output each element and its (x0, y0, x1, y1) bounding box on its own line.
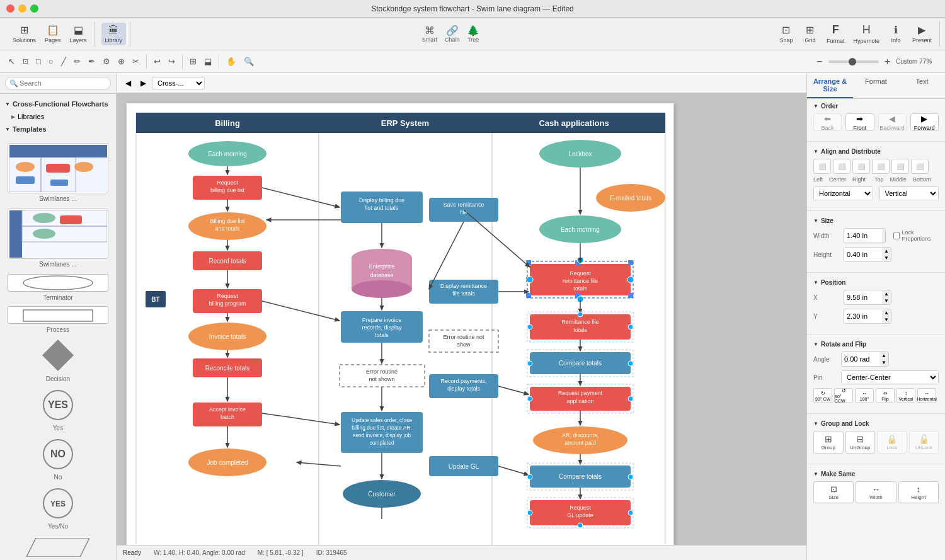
chain-button[interactable]: 🔗Chain (445, 25, 460, 43)
same-height-button[interactable]: ↕Height (898, 481, 939, 503)
angle-input[interactable] (842, 353, 879, 365)
maximize-button[interactable] (30, 4, 38, 13)
y-up[interactable]: ▲ (882, 309, 891, 316)
x-up[interactable]: ▲ (882, 290, 891, 297)
align-left-button[interactable]: ⬜ (813, 159, 831, 174)
rotate-90cw-button[interactable]: ↻90° CW (813, 388, 832, 403)
order-expand[interactable]: ▼ (813, 103, 818, 109)
no-shape[interactable]: NO No (4, 437, 112, 481)
line-tool[interactable]: ╱ (58, 55, 69, 68)
canvas-wrapper[interactable]: Billing ERP System Cash applications Eac… (117, 93, 806, 545)
connect-tool[interactable]: ⚙ (100, 55, 113, 68)
undo-button[interactable]: ↩ (151, 55, 164, 68)
width-up[interactable]: ▲ (882, 229, 886, 236)
group-button[interactable]: ⊞Group (813, 431, 844, 454)
format-tab[interactable]: Format (853, 73, 899, 98)
align-expand[interactable]: ▼ (813, 149, 818, 154)
select-box-tool[interactable]: ⊡ (20, 55, 32, 67)
back-button[interactable]: ⬅Back (813, 113, 842, 131)
zoom-slider[interactable] (828, 60, 879, 63)
y-down[interactable]: ▼ (882, 316, 891, 323)
add-tool[interactable]: ⊕ (115, 55, 128, 68)
horizontal-button[interactable]: ↔Horizontal (917, 388, 936, 403)
lock-button[interactable]: 🔒Lock (877, 431, 907, 454)
zoom-in-button[interactable]: + (881, 54, 893, 69)
flip-button[interactable]: ⇔Flip (876, 388, 895, 403)
front-button[interactable]: ➡Front (845, 113, 874, 131)
backward-button[interactable]: ◀Backward (878, 113, 907, 131)
cut-tool[interactable]: ✂ (129, 55, 142, 68)
cross-functional-section[interactable]: ▼ Cross-Functional Flowcharts (0, 98, 116, 110)
align-top-button[interactable]: ⬜ (872, 159, 890, 174)
zoom-out-button[interactable]: − (813, 54, 825, 69)
same-width-button[interactable]: ↔Width (856, 481, 896, 503)
size-expand[interactable]: ▼ (813, 218, 818, 224)
swimlane-template-1[interactable]: Swimlanes ... (4, 143, 112, 202)
library-button[interactable]: 🏛Library (101, 23, 127, 45)
same-size-button[interactable]: ⊡Size (813, 481, 854, 503)
make-same-expand[interactable]: ▼ (813, 471, 818, 477)
vertical-select[interactable]: Vertical (880, 187, 939, 200)
swimlane-template-2[interactable]: Swimlanes ... (4, 209, 112, 268)
data-shape[interactable]: Data (4, 535, 112, 560)
width-input[interactable] (844, 230, 882, 241)
width-down[interactable]: ▼ (882, 236, 886, 243)
yes-shape[interactable]: YES Yes (4, 387, 112, 431)
page-select[interactable]: Cross-... (152, 77, 205, 89)
pages-button[interactable]: 📋Pages (41, 22, 65, 45)
format-button[interactable]: FFormat (823, 21, 849, 46)
height-input[interactable] (844, 249, 882, 260)
rotate-expand[interactable]: ▼ (813, 341, 818, 347)
pen-tool[interactable]: ✒ (85, 55, 98, 68)
height-down[interactable]: ▼ (882, 254, 891, 261)
select-tool[interactable]: ↖ (5, 55, 18, 68)
rotate-90ccw-button[interactable]: ↺90° CCW (834, 388, 853, 403)
hypernote-button[interactable]: HHypernote (849, 21, 883, 46)
x-down[interactable]: ▼ (882, 297, 891, 304)
angle-down[interactable]: ▼ (879, 359, 888, 366)
templates-section[interactable]: ▼ Templates (0, 123, 116, 135)
process-shape[interactable]: Process (4, 306, 112, 333)
tree-button[interactable]: 🌲Tree (467, 25, 479, 43)
rotate-180-button[interactable]: ↔180° (855, 388, 874, 403)
align-right-button[interactable]: ⬜ (852, 159, 870, 174)
present-button[interactable]: ▶Present (908, 22, 936, 45)
text-tab[interactable]: Text (899, 73, 945, 98)
vertical-button[interactable]: ↕Vertical (896, 388, 915, 403)
ellipse-tool[interactable]: ○ (45, 55, 57, 68)
arrange-size-tab[interactable]: Arrange & Size (807, 73, 853, 98)
grid-button[interactable]: ⊞Grid (799, 22, 822, 45)
ungroup-button[interactable]: ⊟UnGroup (845, 431, 876, 454)
horizontal-select[interactable]: Horizontal (814, 187, 873, 200)
height-up[interactable]: ▲ (882, 248, 891, 254)
snap-button[interactable]: ⊡Snap (775, 22, 798, 45)
zoom-tool[interactable]: 🔍 (241, 55, 257, 68)
terminator-shape[interactable]: Terminator (4, 274, 112, 301)
align-middle-button[interactable]: ⬜ (891, 159, 909, 174)
yesno-shape[interactable]: YES Yes/No (4, 486, 112, 530)
x-input[interactable] (844, 292, 882, 303)
nav-back-arrow[interactable]: ◀ (122, 77, 134, 89)
info-button[interactable]: ℹInfo (885, 22, 907, 45)
diagram-container[interactable]: Billing ERP System Cash applications Eac… (126, 103, 674, 545)
solutions-button[interactable]: ⊞Solutions (9, 22, 40, 45)
group-expand[interactable]: ▼ (813, 421, 818, 426)
smart-button[interactable]: ⌘Smart (422, 25, 437, 43)
align-bottom-button[interactable]: ⬜ (911, 159, 929, 174)
search-input[interactable] (5, 77, 111, 89)
lock-checkbox[interactable] (893, 232, 900, 239)
forward-button[interactable]: ▶Forward (910, 113, 939, 131)
layers-button[interactable]: ⬓Layers (66, 22, 91, 45)
libraries-item[interactable]: ▶Libraries (0, 110, 116, 123)
pan-tool[interactable]: ✋ (223, 55, 239, 68)
decision-shape[interactable]: Decision (4, 338, 112, 382)
rect-tool[interactable]: □ (33, 55, 44, 68)
minimize-button[interactable] (18, 4, 26, 13)
grid-tool[interactable]: ⊞ (186, 55, 200, 68)
nav-forward-arrow[interactable]: ▶ (137, 77, 149, 89)
pin-select[interactable]: Center-Center (842, 371, 938, 384)
layers-tool[interactable]: ⬓ (201, 55, 215, 68)
angle-up[interactable]: ▲ (879, 352, 888, 359)
unlock-button[interactable]: 🔓UnLock (909, 431, 939, 454)
pencil-tool[interactable]: ✏ (71, 55, 84, 68)
